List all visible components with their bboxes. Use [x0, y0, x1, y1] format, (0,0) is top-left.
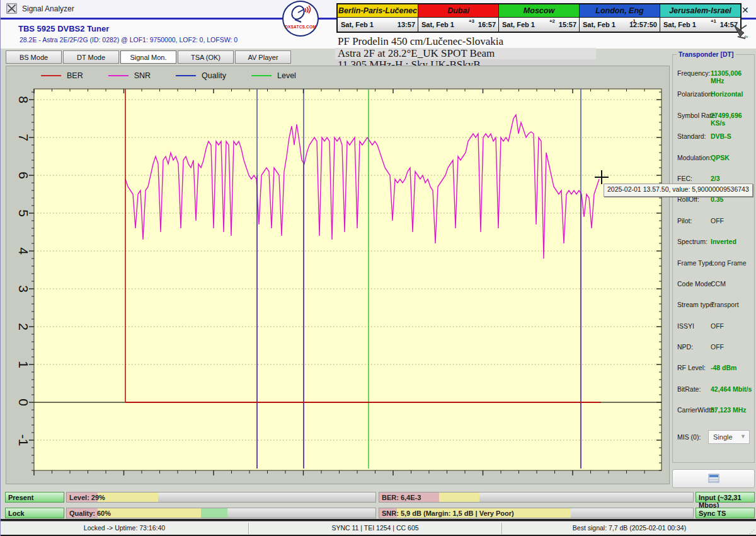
clock-moscow: Moscow Sat, Feb 1 +2 15:57	[499, 4, 580, 32]
ber-bar: BER: 6,4E-3	[379, 492, 694, 503]
logo-text: DXSATCS.COM	[284, 25, 318, 29]
sync-ts-badge: Sync TS	[696, 508, 755, 518]
bar-segment	[201, 508, 227, 518]
transponder-row-value: 37,123 MHz	[711, 406, 753, 414]
transponder-row-label: Standard:	[677, 132, 706, 140]
level-bar-label: Level: 29%	[69, 494, 105, 501]
present-badge: Present	[5, 492, 64, 503]
transponder-row: Frequency:11305,006 MHz	[673, 64, 754, 84]
svg-text:8: 8	[16, 96, 31, 103]
transponder-title: Transponder [DT]	[677, 50, 736, 58]
transponder-row-value: Inverted	[711, 238, 753, 245]
resize-grip[interactable]: ⋰	[749, 528, 755, 535]
svg-text:1: 1	[16, 361, 31, 368]
transponder-row-label: Frame Type:	[677, 259, 714, 267]
transponder-row-value: CCM	[711, 280, 753, 288]
clock-city: Jerusalem-Israel	[660, 4, 740, 18]
info-line-2: Astra 2F at 28.2°E_UK SPOT Beam	[335, 48, 596, 60]
mis-value: Single	[713, 433, 733, 441]
transponder-row: ISSYIOFF	[673, 317, 754, 337]
lock-badge: Lock	[5, 508, 64, 518]
clock-berlin: Berlin-Paris-Lučenec Sat, Feb 1 13:57	[338, 4, 418, 32]
clock-date: Sat, Feb 1	[583, 21, 616, 28]
transponder-rows: Frequency:11305,006 MHzPolarization:Hori…	[673, 64, 754, 422]
transponder-row-label: Pilot:	[677, 217, 692, 224]
clock-offset: +3	[469, 18, 474, 24]
logo-dish-icon	[290, 4, 311, 23]
transponder-row: Pilot:OFF	[673, 211, 754, 232]
transponder-row: Code Mode:CCM	[673, 274, 754, 295]
transponder-row-value: DVB-S	[711, 132, 753, 140]
svg-text:5: 5	[16, 209, 31, 217]
clock-city: Berlin-Paris-Lučenec	[338, 4, 418, 18]
transponder-row-value: Long Frame	[711, 259, 753, 267]
bar-segment	[439, 492, 480, 502]
window-title: Signal Analyzer	[22, 4, 74, 13]
tsa-button[interactable]: TSA (OK)	[178, 50, 234, 64]
transponder-row-value: OFF	[711, 322, 753, 330]
list-icon	[708, 474, 719, 483]
transponder-row: Standard:DVB-S	[673, 127, 754, 148]
clock-offset: +1	[711, 18, 716, 24]
transponder-row-label: RollOff:	[677, 195, 699, 203]
clock-london: London, Eng Sat, Feb 1 -1 12:57:50	[580, 4, 660, 32]
mis-row: MIS (0): Single ▼	[673, 430, 754, 445]
svg-text:6: 6	[16, 172, 31, 179]
bs-mode-button[interactable]: BS Mode	[6, 50, 62, 64]
av-player-button[interactable]: AV Player	[235, 50, 291, 64]
clock-date: Sat, Feb 1	[341, 21, 374, 28]
transponder-row-label: Spectrum:	[677, 238, 707, 245]
transponder-row-label: ISSYI	[677, 322, 694, 330]
snr-bar-label: SNR: 5,9 dB (Margin: 1,5 dB | Very Poor)	[382, 510, 514, 517]
mis-label: MIS (0):	[677, 433, 701, 441]
clock-jerusalem: Jerusalem-Israel Sat, Feb 1 +1 14:57	[660, 4, 740, 32]
tuner-details: 28.2E - Astra 2E/2F/2G (ID: 0282) @ LOF1…	[20, 36, 238, 44]
ber-bar-label: BER: 6,4E-3	[382, 494, 421, 501]
level-bar: Level: 29%	[66, 492, 376, 503]
transponder-row: Frame Type:Long Frame	[673, 253, 754, 274]
clock-date: Sat, Feb 1	[502, 21, 535, 28]
transponder-row-label: FEC:	[677, 175, 692, 182]
svg-text:7: 7	[16, 134, 31, 141]
clock-offset: +2	[549, 18, 555, 24]
chevron-down-icon: ▼	[740, 433, 746, 440]
transponder-panel: Transponder [DT] Frequency:11305,006 MHz…	[672, 54, 755, 463]
transponder-row-value: 2/3	[711, 175, 753, 182]
chart-tooltip: 2025-02-01 13.57.50, value: 5,9000000953…	[604, 184, 753, 197]
svg-text:2: 2	[16, 323, 31, 330]
transponder-row-value: OFF	[711, 343, 753, 351]
transponder-row-value: OFF	[711, 217, 753, 224]
svg-text:3: 3	[16, 285, 31, 293]
mis-dropdown[interactable]: Single ▼	[708, 430, 750, 444]
svg-text:0: 0	[16, 399, 31, 406]
transponder-row: NPD:OFF	[673, 337, 754, 358]
transponder-row-label: Modulation:	[677, 154, 711, 161]
quality-bar-label: Quality: 60%	[69, 510, 111, 517]
clock-time: 12:57:50	[629, 21, 657, 28]
status-sync-counters: SYNC 11 | TEI 1254 | CC 605	[249, 524, 501, 532]
app-satellite-icon	[6, 3, 17, 14]
clock-date: Sat, Feb 1	[421, 21, 454, 28]
bar-segment	[98, 508, 201, 518]
signal-mon-button[interactable]: Signal Mon.	[120, 50, 176, 64]
snr-time-chart[interactable]: 876543210-1	[6, 66, 669, 484]
satellite-cursor-icon: dx	[731, 23, 750, 39]
dt-mode-button[interactable]: DT Mode	[63, 50, 119, 64]
transponder-row: Symbol Rate:27499,696 KS/s	[673, 106, 754, 127]
transponder-row: CarrierWidth:37,123 MHz	[673, 400, 754, 421]
input-badge: Input (~32,31 Mbps)	[696, 492, 755, 503]
transponder-row-label: RF Level:	[677, 364, 706, 371]
transponder-row-label: NPD:	[677, 343, 693, 351]
transponder-row: Spectrum:Inverted	[673, 232, 754, 253]
transponder-row-value: -48 dBm	[711, 364, 753, 371]
transponder-row-label: BitRate:	[677, 385, 701, 393]
clock-time: 15:57	[559, 21, 576, 28]
close-icon[interactable]: ✕	[742, 5, 749, 15]
signal-analyzer-window: Signal Analyzer TBS 5925 DVBS2 Tuner 28.…	[0, 0, 756, 536]
tuner-name: TBS 5925 DVBS2 Tuner	[18, 24, 109, 33]
dxsatcs-logo: DXSATCS.COM	[282, 1, 319, 37]
transponder-row: Stream type:Transport	[673, 295, 754, 316]
clock-city: London, Eng	[580, 4, 660, 18]
transponder-list-button[interactable]	[672, 469, 755, 488]
svg-text:dx: dx	[744, 35, 748, 38]
